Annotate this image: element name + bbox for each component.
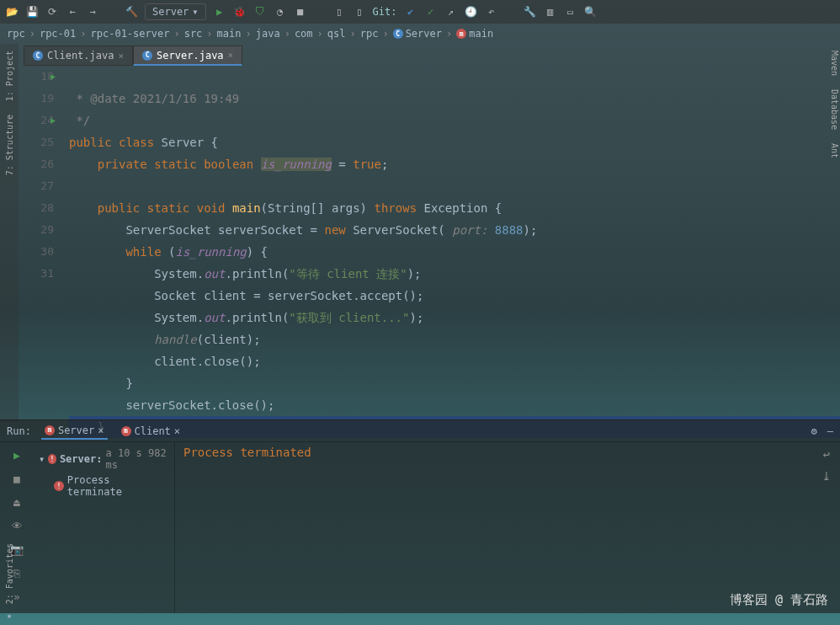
view-icon[interactable]: 👁 [9,518,24,533]
sidebar-item-maven[interactable]: Maven [830,44,839,83]
sidebar-icon[interactable]: ▥ [544,5,557,19]
run-icon[interactable]: ▶ [213,5,226,19]
run-config-select[interactable]: Server ▾ [145,3,206,20]
soft-wrap-icon[interactable]: ↩ [818,446,835,462]
bc-item[interactable]: rpc-01-server [91,28,170,40]
run-tab-client[interactable]: mClient× [118,424,184,439]
right-sidebar: Maven Database Ant [828,44,840,423]
coverage-icon[interactable]: ⛉ [253,5,267,19]
bc-item[interactable]: com [295,28,313,40]
exit-icon[interactable]: ⏏ [9,494,24,510]
stop-icon[interactable]: ■ [9,471,24,486]
bc-item[interactable]: main [217,28,242,40]
rerun-icon[interactable]: ▶ [9,447,24,462]
sidebar-item-structure[interactable]: 7: Structure [5,108,14,182]
sidebar-item-favorites[interactable]: 2: Favorites [5,537,14,611]
bc-item[interactable]: src [184,28,203,40]
gutter: ▶18 19 ▶ 242526 272829 3031 [19,66,69,419]
run-tab-server[interactable]: mServer× [41,423,108,440]
chevron-down-icon: ▾ [192,6,198,18]
editor-tabs: C Client.java × C Server.java × [0,44,840,66]
sidebar-item-project[interactable]: 1: Project [5,44,14,108]
class-icon: C [142,51,152,61]
method-icon: m [45,425,55,435]
bc-item[interactable]: CServer [393,28,442,40]
bc-item[interactable]: rpc-01 [40,28,76,40]
tab-label: Server.java [157,50,223,61]
close-icon[interactable]: × [228,50,234,61]
run-panel-header: Run: mServer× mClient× ⚙ — [0,420,840,442]
profile-icon[interactable]: ◔ [274,5,287,19]
sidebar-item-database[interactable]: Database [830,83,839,136]
debug-icon[interactable]: 🐞 [233,5,247,19]
run-gutter-icon[interactable]: ▶ [51,110,56,131]
bc-item[interactable]: qsl [327,28,346,40]
breadcrumb: rpc rpc-01 rpc-01-server src main java c… [0,24,840,44]
build-icon[interactable]: 🔨 [125,5,138,19]
code-editor[interactable]: ▶18 19 ▶ 242526 272829 3031 * @date 2021… [0,66,840,419]
left-bottom-sidebar: 2: Favorites ★ [0,537,19,625]
save-icon[interactable]: 💾 [25,5,39,19]
forward-icon[interactable]: → [86,5,99,19]
method-icon: m [121,426,131,436]
method-icon: m [456,29,466,39]
close-icon[interactable]: × [174,425,180,437]
error-icon: ! [48,454,56,464]
minimize-icon[interactable]: — [827,425,833,437]
git-rollback-icon[interactable]: ↶ [485,5,498,19]
bc-item[interactable]: rpc [360,28,379,40]
tool1-icon[interactable]: ▯ [332,5,346,19]
close-icon[interactable]: × [118,51,124,61]
run-console[interactable]: Process terminated ↩ ⤓ [175,442,840,613]
stop-icon[interactable]: ■ [294,5,307,19]
star-icon[interactable]: ★ [7,611,12,620]
tab-server[interactable]: C Server.java × [133,45,242,66]
tree-row[interactable]: ! Process terminate [35,473,173,499]
run-gutter-icon[interactable]: ▶ [51,66,56,88]
sidebar-item-ant[interactable]: Ant [830,136,839,165]
bc-item[interactable]: mmain [456,28,493,40]
tab-client[interactable]: C Client.java × [24,45,133,66]
tab-label: Client.java [47,50,114,61]
class-icon: C [393,29,403,39]
error-icon: ! [54,481,64,491]
git-commit-icon[interactable]: ✓ [424,5,438,19]
close-icon[interactable]: × [98,425,104,436]
main-toolbar: 📂 💾 ⟳ ← → 🔨 Server ▾ ▶ 🐞 ⛉ ◔ ■ ▯ ▯ Git: … [0,0,840,24]
git-label: Git: [373,6,397,18]
run-label: Run: [7,425,31,437]
run-panel: Run: mServer× mClient× ⚙ — ▶ ■ ⏏ 👁 📷 ⎘ »… [0,419,840,613]
run-config-label: Server [152,6,189,18]
back-icon[interactable]: ← [66,5,79,19]
code-area[interactable]: * @date 2021/1/16 19:49 */ public class … [69,66,840,419]
bc-item[interactable]: rpc [7,28,25,40]
git-update-icon[interactable]: ✔ [404,5,417,19]
wrench-icon[interactable]: 🔧 [524,5,537,19]
tool2-icon[interactable]: ▯ [353,5,366,19]
gear-icon[interactable]: ⚙ [811,425,817,437]
layout-icon[interactable]: ▭ [564,5,577,19]
collapse-icon[interactable]: ▾ [39,453,45,465]
run-tree: ▾ ! Server: a 10 s 982 ms ! Process term… [34,442,175,613]
search-icon[interactable]: 🔍 [584,5,598,19]
open-icon[interactable]: 📂 [5,5,19,19]
class-icon: C [33,51,43,61]
tree-row[interactable]: ▾ ! Server: a 10 s 982 ms [35,446,173,473]
git-push-icon[interactable]: ↗ [444,5,458,19]
watermark: 博客园 @ 青石路 [730,592,828,608]
left-sidebar: 1: Project 7: Structure [0,44,19,423]
sync-icon[interactable]: ⟳ [45,5,59,19]
git-history-icon[interactable]: 🕘 [465,5,478,19]
bc-item[interactable]: java [256,28,280,40]
console-text: Process terminated [183,446,311,459]
scroll-end-icon[interactable]: ⤓ [818,467,835,484]
